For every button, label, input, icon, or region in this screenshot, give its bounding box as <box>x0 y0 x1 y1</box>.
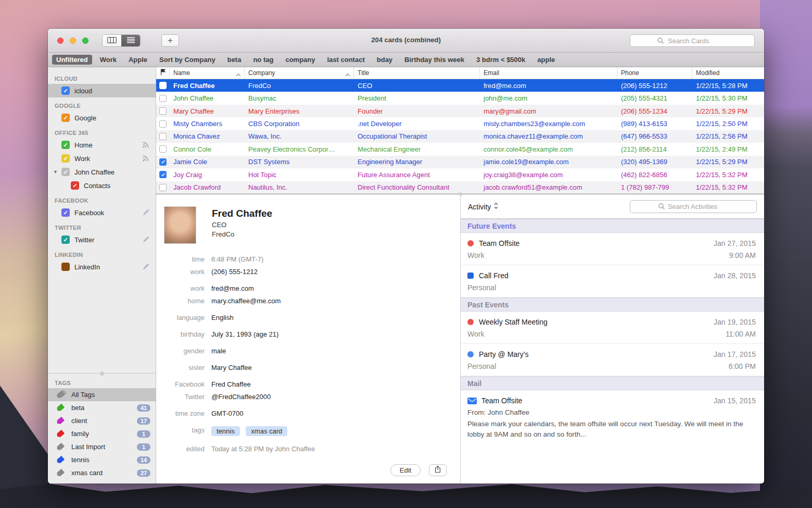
mail-item[interactable]: Team Offsite Jan 15, 2015 From: John Cha… <box>461 390 764 444</box>
google-checkbox[interactable]: ✓ <box>61 114 70 122</box>
filter-3bdrm[interactable]: 3 bdrm < $500k <box>472 55 529 65</box>
search-cards-field[interactable] <box>630 34 755 47</box>
field-value: Fred Chaffee <box>211 380 251 388</box>
table-row[interactable]: ✓ Jacob Crawford Nautilus, Inc. Direct F… <box>156 181 764 194</box>
search-activities-input[interactable] <box>630 200 757 213</box>
table-row[interactable]: ✓ Misty Chambers CBS Corporation .net De… <box>156 117 764 130</box>
email-column-header[interactable]: Email <box>480 67 617 79</box>
row-checkbox[interactable]: ✓ <box>159 95 167 102</box>
twitter-checkbox[interactable]: ✓ <box>61 236 70 244</box>
sidebar-item-label: icloud <box>74 87 92 95</box>
table-row[interactable]: ✓ Fred Chaffee FredCo CEO fred@me.com (2… <box>156 79 764 92</box>
row-checkbox[interactable]: ✓ <box>159 145 167 153</box>
sidebar-item-label: Facebook <box>74 209 104 217</box>
field-value: @FredChaffee2000 <box>211 393 271 401</box>
sidebar-splitter[interactable] <box>48 373 156 379</box>
app-window: + 204 cards (combined) Unfiltered Work A… <box>48 29 764 484</box>
table-row[interactable]: ✓ Joy Craig Hot Topic Future Assurance A… <box>156 168 764 181</box>
disclosure-triangle-icon[interactable]: ▼ <box>53 169 58 175</box>
table-row[interactable]: ✓ Jamie Cole DST Systems Engineering Man… <box>156 156 764 168</box>
table-row[interactable]: ✓ Mary Chaffee Mary Enterprises Founder … <box>156 105 764 117</box>
sidebar-item-google[interactable]: ✓ Google <box>48 111 156 125</box>
icloud-checkbox[interactable]: ✓ <box>61 86 70 95</box>
cell-email: fred@me.com <box>480 82 617 90</box>
sidebar-item-contacts[interactable]: ✓ Contacts <box>48 179 156 192</box>
filter-work[interactable]: Work <box>96 55 121 65</box>
title-column-header[interactable]: Title <box>354 67 480 79</box>
filter-birthday-this-week[interactable]: Birthday this week <box>400 55 468 65</box>
event-item[interactable]: Weekly Staff Meeting Jan 19, 2015 Work 1… <box>461 312 764 344</box>
filter-apple-smart[interactable]: Apple <box>124 55 151 65</box>
sidebar-item-label: Contacts <box>84 182 110 190</box>
sidebar-item-all-tags[interactable]: All Tags <box>48 388 156 401</box>
sidebar-tag-item[interactable]: Last Import 1 <box>48 440 156 453</box>
filter-beta[interactable]: beta <box>223 55 246 65</box>
sidebar-tag-item[interactable]: family 1 <box>48 427 156 440</box>
sidebar-item-label: John Chaffee <box>74 168 115 176</box>
modified-column-header[interactable]: Modified <box>692 67 764 79</box>
activity-panel: Activity Future E <box>460 195 764 484</box>
edit-button[interactable]: Edit <box>390 464 421 476</box>
share-button[interactable] <box>429 464 447 476</box>
activity-selector[interactable]: Activity <box>468 202 498 211</box>
table-row[interactable]: ✓ Connor Cole Peavey Electronics Corpor…… <box>156 143 764 155</box>
contact-photo[interactable] <box>164 206 196 244</box>
work-checkbox[interactable]: ✓ <box>61 154 70 163</box>
cell-title: CEO <box>354 82 480 90</box>
row-checkbox[interactable]: ✓ <box>159 171 167 178</box>
sidebar-item-icloud[interactable]: ✓ icloud <box>48 84 156 97</box>
flag-column-header[interactable] <box>156 67 170 79</box>
table-row[interactable]: ✓ John Chaffee Busymac President john@me… <box>156 92 764 104</box>
row-checkbox[interactable]: ✓ <box>159 107 167 115</box>
cell-title: Direct Functionality Consultant <box>354 183 480 191</box>
facebook-checkbox[interactable]: ✓ <box>61 208 70 217</box>
row-checkbox[interactable]: ✓ <box>159 133 167 140</box>
search-activities-field[interactable] <box>630 200 757 213</box>
linkedin-checkbox[interactable] <box>61 263 70 271</box>
sidebar-tag-item[interactable]: client 17 <box>48 414 156 427</box>
filter-bday[interactable]: bday <box>373 55 397 65</box>
tag-label: tennis <box>71 456 132 464</box>
field-value: Today at 5:28 PM by John Chaffee <box>211 445 315 453</box>
sidebar-tag-item[interactable]: tennis 14 <box>48 453 156 466</box>
sidebar-item-john-chaffee[interactable]: ▼ ✓ John Chaffee <box>48 165 156 179</box>
cell-name: John Chaffee <box>170 94 245 102</box>
john-chaffee-checkbox[interactable]: ✓ <box>61 168 70 176</box>
event-item[interactable]: Call Fred Jan 28, 2015 Personal <box>461 265 764 298</box>
sidebar-tag-item[interactable]: xmas card 27 <box>48 466 156 479</box>
event-item[interactable]: Party @ Mary's Jan 17, 2015 Personal 6:0… <box>461 344 764 376</box>
sidebar-item-twitter[interactable]: ✓ Twitter <box>48 233 156 246</box>
filter-sort-by-company[interactable]: Sort by Company <box>155 55 220 65</box>
sidebar-item-facebook[interactable]: ✓ Facebook <box>48 206 156 219</box>
sidebar-tag-item[interactable]: beta 41 <box>48 401 156 414</box>
tag-label: All Tags <box>71 391 150 399</box>
cell-modified: 1/22/15, 5:29 PM <box>692 107 764 115</box>
row-checkbox[interactable]: ✓ <box>159 158 167 166</box>
search-cards-input[interactable] <box>630 34 755 47</box>
event-item[interactable]: Team Offsite Jan 27, 2015 Work 9:00 AM <box>461 233 764 265</box>
phone-column-header[interactable]: Phone <box>617 67 692 79</box>
cell-company: Mary Enterprises <box>245 107 354 115</box>
filter-no-tag[interactable]: no tag <box>249 55 277 65</box>
row-checkbox[interactable]: ✓ <box>159 82 167 89</box>
sidebar-item-home[interactable]: ✓ Home <box>48 138 156 152</box>
contact-field: gender male <box>164 347 460 355</box>
filter-company[interactable]: company <box>281 55 319 65</box>
name-column-header[interactable]: Name <box>170 67 245 79</box>
table-row[interactable]: ✓ Monica Chavez Wawa, Inc. Occupational … <box>156 130 764 143</box>
row-checkbox[interactable]: ✓ <box>159 120 167 128</box>
tag-icon <box>55 404 66 412</box>
sidebar-item-linkedin[interactable]: LinkedIn <box>48 260 156 274</box>
sidebar-item-work[interactable]: ✓ Work <box>48 152 156 165</box>
filter-last-contact[interactable]: last contact <box>323 55 369 65</box>
contacts-checkbox[interactable]: ✓ <box>71 181 79 190</box>
filter-unfiltered[interactable]: Unfiltered <box>52 55 92 65</box>
event-date: Jan 19, 2015 <box>714 318 756 326</box>
company-column-header[interactable]: Company <box>245 67 354 79</box>
tag-pill[interactable]: tennis <box>211 426 240 436</box>
tag-pill[interactable]: xmas card <box>246 426 287 436</box>
home-checkbox[interactable]: ✓ <box>61 141 70 149</box>
cell-name: Fred Chaffee <box>170 82 245 90</box>
row-checkbox[interactable]: ✓ <box>159 184 167 191</box>
filter-apple[interactable]: apple <box>533 55 559 65</box>
